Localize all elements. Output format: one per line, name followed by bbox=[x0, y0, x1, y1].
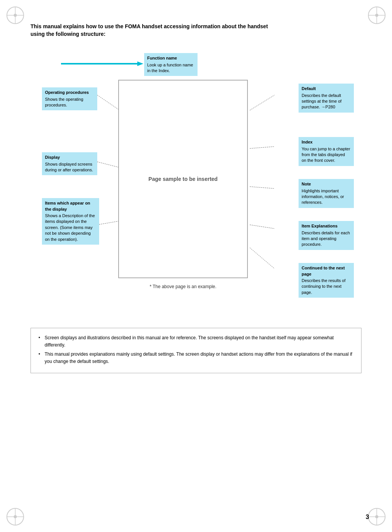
svg-line-23 bbox=[250, 187, 275, 189]
corner-bl bbox=[4, 505, 27, 528]
diagram-area: Function name Look up a function name in… bbox=[31, 49, 361, 316]
svg-line-20 bbox=[97, 221, 120, 225]
default-title: Default bbox=[302, 86, 351, 92]
center-page-text: Page sample to be inserted bbox=[148, 176, 217, 182]
items-display-box: Items which appear on the display Shows … bbox=[42, 198, 99, 245]
index-title: Index bbox=[302, 139, 351, 145]
note-title: Note bbox=[302, 181, 351, 187]
items-display-title: Items which appear on the display bbox=[45, 200, 96, 212]
item-exp-desc: Describes details for each item and oper… bbox=[302, 231, 350, 247]
function-name-title: Function name bbox=[147, 55, 194, 61]
note-box: Note Highlights important information, n… bbox=[299, 179, 354, 208]
svg-line-19 bbox=[97, 162, 120, 168]
op-proc-title: Operating procedures bbox=[45, 90, 94, 95]
continued-box: Continued to the next page Describes the… bbox=[299, 263, 354, 298]
svg-line-24 bbox=[250, 225, 275, 229]
index-desc: You can jump to a chapter from the tabs … bbox=[302, 147, 350, 163]
svg-point-7 bbox=[375, 14, 378, 17]
bottom-notes-box: Screen displays and illustrations descri… bbox=[31, 328, 361, 373]
svg-line-22 bbox=[250, 147, 275, 148]
continued-title: Continued to the next page bbox=[302, 265, 351, 277]
operating-procedures-box: Operating procedures Shows the operating… bbox=[42, 87, 97, 110]
index-box: Index You can jump to a chapter from the… bbox=[299, 137, 354, 166]
svg-line-21 bbox=[250, 95, 275, 110]
function-name-desc: Look up a function name in the Index. bbox=[147, 63, 193, 73]
display-desc: Shows displayed screens during or after … bbox=[45, 162, 93, 172]
items-display-desc: Shows a Description of the items display… bbox=[45, 213, 95, 242]
page-number: 3 bbox=[366, 514, 369, 521]
center-page-box: Page sample to be inserted bbox=[118, 80, 248, 278]
op-proc-desc: Shows the operating procedures. bbox=[45, 97, 83, 107]
page-wrapper: This manual explains how to use the FOMA… bbox=[0, 0, 392, 532]
note-desc: Highlights important information, notice… bbox=[302, 189, 344, 205]
svg-line-25 bbox=[250, 248, 275, 269]
function-name-box: Function name Look up a function name in… bbox=[144, 53, 198, 76]
bottom-note-item-2: This manual provides explanations mainly… bbox=[39, 351, 353, 365]
corner-tr bbox=[365, 4, 388, 27]
svg-point-3 bbox=[14, 14, 17, 17]
default-desc: Describes the default settings at the ti… bbox=[302, 93, 342, 110]
svg-point-11 bbox=[14, 515, 17, 518]
corner-tl bbox=[4, 4, 27, 27]
header-title: This manual explains how to use the FOMA… bbox=[31, 23, 275, 38]
svg-line-18 bbox=[97, 95, 120, 110]
page-caption: * The above page is an example. bbox=[118, 284, 248, 289]
item-exp-title: Item Explanations bbox=[302, 223, 351, 229]
bottom-note-item-1: Screen displays and illustrations descri… bbox=[39, 334, 353, 349]
continued-desc: Describes the results of continuing to t… bbox=[302, 278, 345, 295]
svg-point-15 bbox=[375, 515, 378, 518]
default-box: Default Describes the default settings a… bbox=[299, 84, 354, 113]
display-box: Display Shows displayed screens during o… bbox=[42, 152, 97, 175]
display-title: Display bbox=[45, 155, 94, 160]
item-explanations-box: Item Explanations Describes details for … bbox=[299, 221, 354, 250]
svg-marker-17 bbox=[137, 61, 143, 66]
